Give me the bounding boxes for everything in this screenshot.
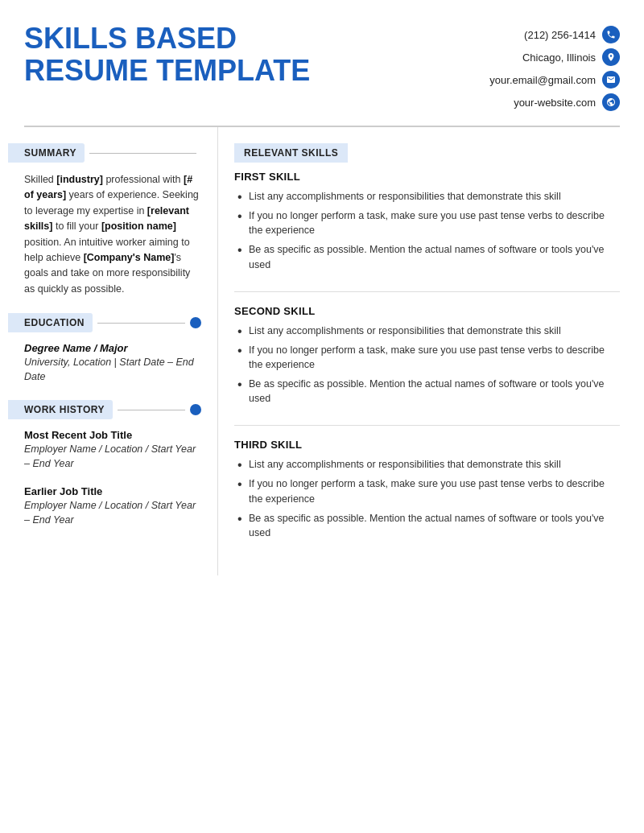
skill-bullet: List any accomplishments or responsibili…: [234, 189, 620, 204]
skill-title-2: SECOND SKILL: [234, 305, 620, 317]
degree-name: Degree Name / Major: [24, 342, 201, 354]
skill-title-1: FIRST SKILL: [234, 171, 620, 183]
location-row: Chicago, Illinois: [522, 48, 620, 66]
phone-row: (212) 256-1414: [524, 26, 620, 43]
skill-bullet: If you no longer perform a task, make su…: [234, 476, 620, 505]
job-detail-1: Employer Name / Location / Start Year– E…: [24, 443, 201, 471]
skill-bullet: If you no longer perform a task, make su…: [234, 208, 620, 237]
summary-text: Skilled [industry] professional with [# …: [24, 172, 201, 297]
skill-list-2: List any accomplishments or responsibili…: [234, 324, 620, 406]
relevant-skills-header: RELEVANT SKILLS: [234, 143, 620, 163]
skill-title-3: THIRD SKILL: [234, 439, 620, 451]
job-entry-2: Earlier Job Title Employer Name / Locati…: [24, 485, 201, 527]
education-dot: [190, 317, 201, 328]
main-content: SUMMARY Skilled [industry] professional …: [0, 127, 644, 575]
header: SKILLS BASED RESUME TEMPLATE (212) 256-1…: [0, 0, 644, 126]
education-section: EDUCATION Degree Name / Major University…: [24, 313, 201, 384]
skill-bullet: List any accomplishments or responsibili…: [234, 457, 620, 472]
education-label: EDUCATION: [8, 313, 93, 332]
work-history-section: WORK HISTORY Most Recent Job Title Emplo…: [24, 400, 201, 527]
skill-bullet: If you no longer perform a task, make su…: [234, 343, 620, 372]
job-title-1: Most Recent Job Title: [24, 429, 201, 441]
relevant-skills-label: RELEVANT SKILLS: [234, 143, 348, 163]
summary-section: SUMMARY Skilled [industry] professional …: [24, 143, 201, 297]
skill-section-1: FIRST SKILL List any accomplishments or …: [234, 171, 620, 272]
title-line2: RESUME TEMPLATE: [24, 55, 310, 87]
skill-bullet: Be as specific as possible. Mention the …: [234, 242, 620, 271]
website-icon: [602, 93, 620, 111]
title-line1: SKILLS BASED: [24, 23, 310, 55]
skill-section-3: THIRD SKILL List any accomplishments or …: [234, 439, 620, 540]
education-header: EDUCATION: [8, 313, 201, 332]
website-row: your-website.com: [514, 93, 620, 111]
right-divider-2: [234, 425, 620, 426]
education-line: [97, 323, 185, 324]
work-history-line: [118, 410, 185, 410]
email-icon: [602, 71, 620, 89]
skill-bullet: List any accomplishments or responsibili…: [234, 324, 620, 338]
right-divider-1: [234, 291, 620, 292]
job-title-2: Earlier Job Title: [24, 485, 201, 497]
location-icon: [602, 48, 620, 66]
skill-list-1: List any accomplishments or responsibili…: [234, 189, 620, 272]
work-history-dot: [190, 404, 201, 415]
skill-bullet: Be as specific as possible. Mention the …: [234, 377, 620, 406]
job-detail-2: Employer Name / Location / Start Year– E…: [24, 499, 201, 527]
left-column: SUMMARY Skilled [industry] professional …: [0, 127, 217, 575]
resume-title: SKILLS BASED RESUME TEMPLATE: [24, 23, 310, 86]
email-text: your.email@gmail.com: [489, 74, 596, 86]
job-entry-1: Most Recent Job Title Employer Name / Lo…: [24, 429, 201, 471]
summary-header: SUMMARY: [8, 143, 201, 163]
contact-info: (212) 256-1414 Chicago, Illinois your.em…: [489, 23, 620, 111]
work-history-header: WORK HISTORY: [8, 400, 201, 419]
right-column: RELEVANT SKILLS FIRST SKILL List any acc…: [217, 127, 644, 575]
email-row: your.email@gmail.com: [489, 71, 620, 89]
phone-icon: [602, 26, 620, 43]
skill-list-3: List any accomplishments or responsibili…: [234, 457, 620, 540]
summary-label: SUMMARY: [8, 143, 85, 163]
skill-section-2: SECOND SKILL List any accomplishments or…: [234, 305, 620, 406]
work-history-label: WORK HISTORY: [8, 400, 113, 419]
website-text: your-website.com: [514, 97, 596, 109]
summary-line: [89, 153, 196, 154]
phone-text: (212) 256-1414: [524, 29, 596, 41]
skill-bullet: Be as specific as possible. Mention the …: [234, 511, 620, 540]
degree-detail: University, Location | Start Date – End …: [24, 356, 201, 384]
location-text: Chicago, Illinois: [522, 52, 596, 64]
